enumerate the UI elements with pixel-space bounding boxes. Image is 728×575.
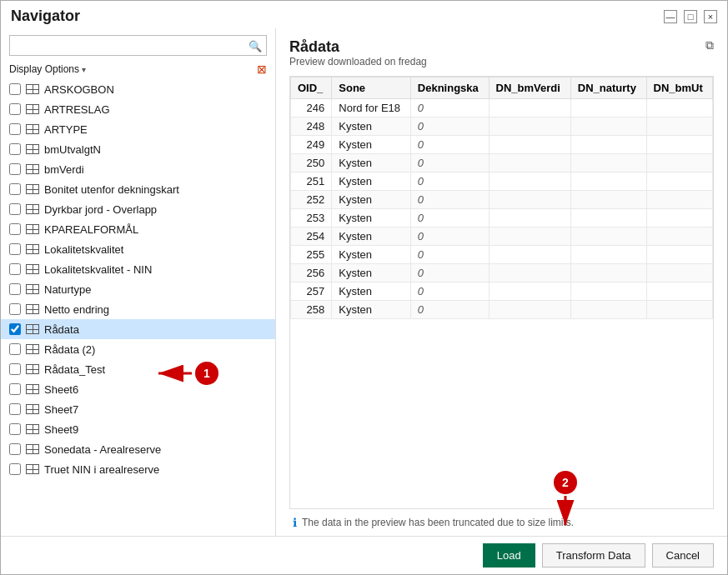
table-icon (24, 183, 41, 195)
list-item-label: bmVerdi (44, 163, 84, 176)
list-item-checkbox[interactable] (9, 83, 21, 95)
table-cell (646, 301, 712, 319)
display-options-bar: Display Options ▾ ⊠ (1, 61, 275, 79)
list-item-checkbox[interactable] (9, 383, 21, 395)
list-item-label: Lokalitetskvalitet (44, 243, 123, 256)
table-cell (646, 191, 712, 209)
table-icon (24, 263, 41, 275)
preview-header: Rådata Preview downloaded on fredag ⧉ (289, 38, 714, 74)
restore-button[interactable]: □ (684, 10, 697, 23)
list-item-checkbox[interactable] (9, 283, 21, 295)
list-item-checkbox[interactable] (9, 243, 21, 255)
list-item-checkbox[interactable] (9, 303, 21, 315)
list-item[interactable]: ARTYPE (1, 119, 275, 139)
table-icon (24, 163, 41, 175)
list-item-label: ARTRESLAG (44, 103, 110, 116)
list-item[interactable]: KPAREALFORMÅL (1, 219, 275, 239)
copy-icon[interactable]: ⧉ (705, 38, 714, 52)
table-cell: 0 (410, 228, 489, 246)
list-item-label: Rådata (44, 323, 79, 336)
chevron-down-icon: ▾ (82, 65, 86, 74)
list-item-checkbox[interactable] (9, 363, 21, 375)
table-header-cell: DN_naturty (570, 78, 646, 99)
list-item[interactable]: bmVerdi (1, 159, 275, 179)
list-item-label: Rådata_Test (44, 363, 105, 376)
list-item[interactable]: Lokalitetskvalitet - NIN (1, 259, 275, 279)
list-item[interactable]: Netto endring (1, 299, 275, 319)
table-cell: 253 (291, 209, 332, 228)
list-item[interactable]: bmUtvalgtN (1, 139, 275, 159)
table-icon (24, 383, 41, 395)
right-panel: Rådata Preview downloaded on fredag ⧉ OI… (276, 28, 727, 536)
table-icon (24, 423, 41, 435)
search-icon: 🔍 (249, 39, 262, 52)
table-cell (646, 136, 712, 154)
refresh-icon[interactable]: ⊠ (257, 62, 267, 76)
table-row: 254Kysten0 (291, 228, 713, 246)
table-cell (489, 118, 570, 136)
list-item-checkbox[interactable] (9, 103, 21, 115)
data-table: OID_SoneDekningskaDN_bmVerdiDN_naturtyDN… (290, 77, 713, 319)
table-icon (24, 123, 41, 135)
transform-data-button[interactable]: Transform Data (542, 543, 645, 568)
list-item[interactable]: Naturtype (1, 279, 275, 299)
table-cell: Kysten (332, 172, 411, 191)
table-cell (646, 99, 712, 118)
list-item[interactable]: ARSKOGBON (1, 79, 275, 99)
table-cell: 252 (291, 191, 332, 209)
display-options-toggle[interactable]: Display Options ▾ (9, 63, 86, 75)
search-input[interactable] (9, 35, 267, 56)
table-cell (489, 301, 570, 319)
list-item-checkbox[interactable] (9, 323, 21, 335)
list-item[interactable]: Dyrkbar jord - Overlapp (1, 199, 275, 219)
table-cell (489, 154, 570, 172)
list-item[interactable]: Sonedata - Arealreserve (1, 439, 275, 459)
list-item-checkbox[interactable] (9, 443, 21, 455)
list-item[interactable]: Lokalitetskvalitet (1, 239, 275, 259)
load-button[interactable]: Load (483, 543, 535, 568)
list-item-checkbox[interactable] (9, 463, 21, 475)
table-row: 251Kysten0 (291, 172, 713, 191)
list-item-checkbox[interactable] (9, 403, 21, 415)
list-item-checkbox[interactable] (9, 263, 21, 275)
minimize-button[interactable]: — (664, 10, 677, 23)
table-cell: 257 (291, 282, 332, 301)
table-cell: 249 (291, 136, 332, 154)
table-cell: 0 (410, 282, 489, 301)
list-item[interactable]: Rådata (1, 319, 275, 339)
list-item[interactable]: Sheet6 (1, 379, 275, 399)
list-item-checkbox[interactable] (9, 203, 21, 215)
list-item-checkbox[interactable] (9, 143, 21, 155)
list-item[interactable]: Truet NIN i arealreserve (1, 459, 275, 479)
table-row: 246Nord for E180 (291, 99, 713, 118)
list-item[interactable]: Rådata (2) (1, 339, 275, 359)
table-icon (24, 223, 41, 235)
list-item-checkbox[interactable] (9, 223, 21, 235)
table-cell (646, 282, 712, 301)
table-row: 257Kysten0 (291, 282, 713, 301)
data-table-container[interactable]: OID_SoneDekningskaDN_bmVerdiDN_naturtyDN… (289, 76, 714, 509)
list-item-checkbox[interactable] (9, 163, 21, 175)
list-item-label: bmUtvalgtN (44, 143, 101, 156)
list-item-checkbox[interactable] (9, 423, 21, 435)
cancel-button[interactable]: Cancel (652, 543, 714, 568)
list-item-checkbox[interactable] (9, 343, 21, 355)
list-item[interactable]: Bonitet utenfor dekningskart (1, 179, 275, 199)
list-item[interactable]: Sheet9 (1, 419, 275, 439)
list-item[interactable]: ARTRESLAG (1, 99, 275, 119)
table-cell (489, 99, 570, 118)
list-item-label: Netto endring (44, 303, 109, 316)
list-item[interactable]: Rådata_Test (1, 359, 275, 379)
table-cell: Kysten (332, 191, 411, 209)
list-item-checkbox[interactable] (9, 123, 21, 135)
close-button[interactable]: × (704, 10, 717, 23)
list-item[interactable]: Sheet7 (1, 399, 275, 419)
table-icon (24, 303, 41, 315)
list-item-label: Sheet6 (44, 383, 78, 396)
list-item-checkbox[interactable] (9, 183, 21, 195)
list-item-label: Lokalitetskvalitet - NIN (44, 263, 152, 276)
list-item-label: KPAREALFORMÅL (44, 223, 138, 236)
list-item-label: Bonitet utenfor dekningskart (44, 183, 179, 196)
table-icon (24, 243, 41, 255)
body: 🔍 Display Options ▾ ⊠ ARSKOGBONARTRESLAG… (1, 28, 727, 536)
